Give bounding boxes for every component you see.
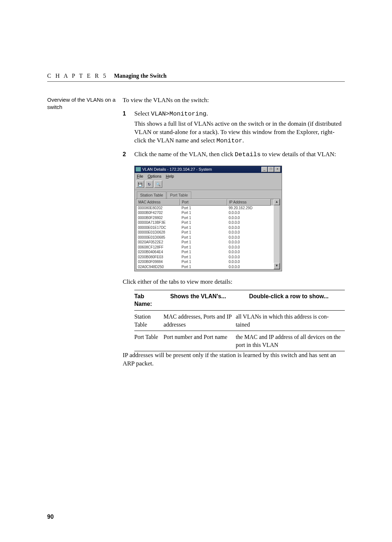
station-table-grid: MAC Address Port IP Address 000080E80202… xyxy=(136,199,280,270)
th-tabname: Tab Name: xyxy=(134,290,163,310)
refresh-icon[interactable]: ↻ xyxy=(145,181,153,188)
table-row[interactable]: 0200B0F09884Port 10.0.0.0 xyxy=(136,259,274,264)
table-row[interactable]: 00000E01E17DCPort 10.0.0.0 xyxy=(136,225,274,230)
save-icon[interactable]: 💾 xyxy=(136,181,144,188)
step-1-body: This shows a full list of VLANs active o… xyxy=(134,120,345,145)
table-row[interactable]: 0000B0F28802Port 10.0.0.0 xyxy=(136,215,274,221)
close-button[interactable]: × xyxy=(274,167,281,172)
step-2-number: 2 xyxy=(123,150,127,159)
page-number: 90 xyxy=(47,514,54,520)
th-doubleclick: Double-click a row to show... xyxy=(236,290,345,310)
cell-r2c2: Port number and Port name xyxy=(163,331,236,351)
table-row: Station Table MAC addresses, Ports and I… xyxy=(134,310,345,331)
tab-strip: Station Table Port Table xyxy=(135,190,282,199)
tab-port-table[interactable]: Port Table xyxy=(167,191,191,199)
chapter-header: C H A P T E R 5 Managing the Switch xyxy=(47,73,345,79)
step-1-number: 1 xyxy=(123,110,127,145)
cell-r2c3: the MAC and IP address of all devices on… xyxy=(236,331,345,351)
toolbar: 💾 ↻ 🔍 xyxy=(135,179,282,190)
menubar: File Options Help xyxy=(135,173,282,180)
titlebar: VLAN Details - 172.20.104.27 - System _ … xyxy=(135,166,282,173)
tab-station-table[interactable]: Station Table xyxy=(137,191,166,199)
table-row[interactable]: 000080E80202Port 199.20.162.29D xyxy=(136,206,274,211)
step-1-line: Select VLAN>Monitoring. xyxy=(134,110,345,118)
menu-help[interactable]: Help xyxy=(166,174,174,179)
tabs-description-table: Tab Name: Shows the VLAN's... Double-cli… xyxy=(134,290,345,352)
menu-options[interactable]: Options xyxy=(148,174,162,179)
table-row[interactable]: 0000B0F42702Port 10.0.0.0 xyxy=(136,210,274,215)
intro-text: To view the VLANs on the switch: xyxy=(123,96,345,105)
th-shows: Shows the VLAN's... xyxy=(163,290,236,310)
window-icon xyxy=(136,167,141,171)
scroll-up-button[interactable]: ▲ xyxy=(274,199,280,205)
overview-label: Overview of the VLANs on a switch xyxy=(47,97,115,110)
sidebar-note: Overview of the VLANs on a switch xyxy=(47,96,116,372)
cell-r2c1: Port Table xyxy=(134,331,163,351)
find-icon[interactable]: 🔍 xyxy=(154,181,162,188)
step-2-line: Click the name of the VLAN, then click D… xyxy=(134,150,345,159)
scroll-down-button[interactable]: ▼ xyxy=(274,263,280,269)
window-title: VLAN Details - 172.20.104.27 - System xyxy=(142,167,261,172)
table-row[interactable]: 02A0C948D250Port 10.0.0.0 xyxy=(136,264,274,269)
table-row[interactable]: 0200B080FE03Port 10.0.0.0 xyxy=(136,255,274,260)
table-row[interactable]: 00000E01D0685Port 10.0.0.0 xyxy=(136,235,274,240)
table-row[interactable]: 00608CF128FFPort 10.0.0.0 xyxy=(136,245,274,250)
divider xyxy=(47,81,345,82)
table-row[interactable]: 00000E01D0628Port 10.0.0.0 xyxy=(136,230,274,235)
col-mac-header[interactable]: MAC Address xyxy=(136,199,180,206)
chapter-title: Managing the Switch xyxy=(114,73,167,79)
cell-r1c3: all VLANs in which this address is con-t… xyxy=(236,310,345,331)
maximize-button[interactable]: □ xyxy=(268,167,274,172)
cell-r1c1: Station Table xyxy=(134,310,163,331)
chapter-letters: C H A P T E R 5 xyxy=(47,73,107,79)
table-row: Port Table Port number and Port name the… xyxy=(134,331,345,351)
table-row[interactable]: 0020AF0522E2Port 10.0.0.0 xyxy=(136,240,274,245)
table-row[interactable]: 00000A713BF3EPort 10.0.0.0 xyxy=(136,220,274,225)
tabs-intro: Click either of the tabs to view more de… xyxy=(123,278,345,286)
col-port-header[interactable]: Port xyxy=(180,199,227,206)
table-row[interactable]: 0200B04064E4Port 10.0.0.0 xyxy=(136,250,274,255)
scrollbar[interactable]: ▲ ▼ xyxy=(274,199,280,269)
menu-path: VLAN>Monitoring xyxy=(151,110,207,117)
note-text: IP addresses will be present only if the… xyxy=(123,351,345,368)
minimize-button[interactable]: _ xyxy=(261,167,268,172)
cell-r1c2: MAC addresses, Ports and IP addresses xyxy=(163,310,236,331)
col-ip-header[interactable]: IP Address xyxy=(227,199,271,206)
vlan-details-dialog: VLAN Details - 172.20.104.27 - System _ … xyxy=(134,166,282,271)
menu-file[interactable]: File xyxy=(137,174,143,179)
